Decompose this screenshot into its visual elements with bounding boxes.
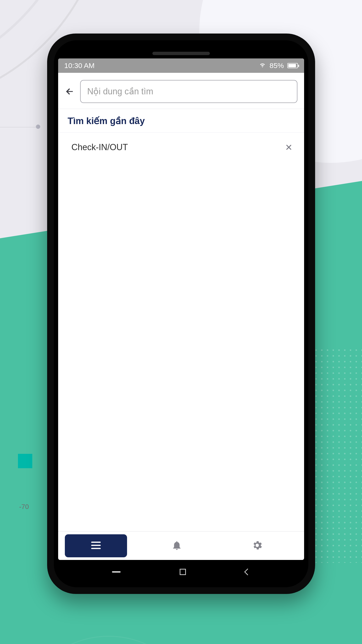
gear-icon xyxy=(252,540,263,552)
tab-settings[interactable] xyxy=(251,539,264,552)
app-screen: 10:30 AM 85% Tìm kiếm gần xyxy=(58,58,304,560)
bell-icon xyxy=(171,540,182,552)
recent-item[interactable]: Check-IN/OUT xyxy=(58,133,304,162)
battery-icon xyxy=(287,63,298,68)
android-nav-bar xyxy=(54,565,308,579)
hamburger-icon xyxy=(90,539,102,552)
tab-menu-button[interactable] xyxy=(65,534,127,557)
app-header xyxy=(58,73,304,109)
android-home-button[interactable] xyxy=(180,569,186,575)
remove-recent-button[interactable] xyxy=(284,142,294,152)
recent-heading: Tìm kiếm gần đây xyxy=(58,109,304,133)
back-button[interactable] xyxy=(64,86,75,97)
android-back-button[interactable] xyxy=(244,568,251,575)
phone-speaker xyxy=(152,52,210,55)
status-bar: 10:30 AM 85% xyxy=(58,58,304,73)
bottom-tab-bar xyxy=(58,531,304,560)
bg-label-neg70: -70 xyxy=(19,503,29,510)
tab-notifications[interactable] xyxy=(170,539,184,552)
phone-frame: 10:30 AM 85% Tìm kiếm gần xyxy=(47,34,315,594)
status-battery-pct: 85% xyxy=(269,62,284,70)
search-field-container[interactable] xyxy=(80,80,297,103)
recent-item-label: Check-IN/OUT xyxy=(71,142,128,152)
recent-search-list: Check-IN/OUT xyxy=(58,133,304,531)
search-input[interactable] xyxy=(87,86,290,96)
android-recent-button[interactable] xyxy=(112,571,121,573)
status-time: 10:30 AM xyxy=(64,62,95,70)
wifi-icon xyxy=(259,61,266,70)
